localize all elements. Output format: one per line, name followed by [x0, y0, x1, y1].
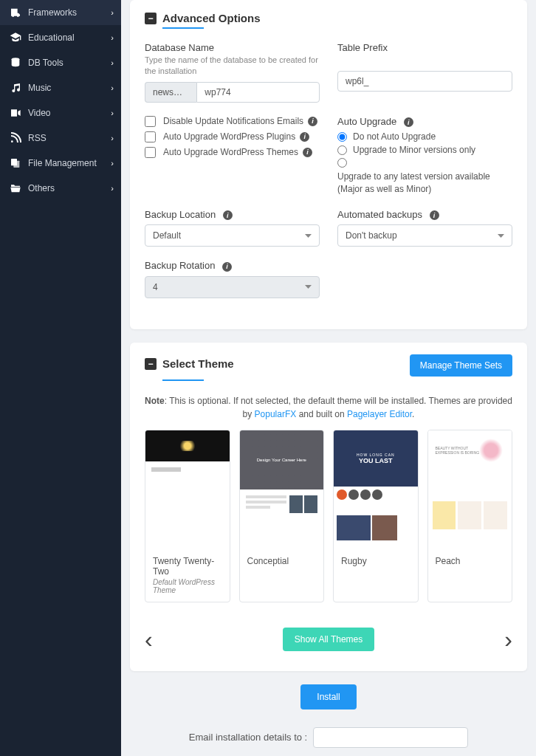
collapse-icon[interactable]: − [145, 13, 157, 24]
popularfx-link[interactable]: PopularFX [255, 409, 297, 419]
manage-theme-sets-button[interactable]: Manage Theme Sets [410, 354, 512, 377]
email-label: Email installation details to : [189, 732, 307, 743]
backup-rotation-select[interactable]: 4 [145, 276, 320, 298]
theme-card-rugby[interactable]: HOW LONG CANYOU LAST Rugby [333, 430, 419, 602]
theme-name: Peach [436, 556, 505, 566]
theme-thumbnail [145, 430, 230, 549]
chevron-right-icon: › [111, 83, 114, 92]
chevron-right-icon: › [111, 184, 114, 193]
automated-backups-select[interactable]: Don't backup [337, 224, 512, 247]
section-underline [162, 27, 204, 29]
video-icon [9, 106, 22, 120]
sidebar-item-frameworks[interactable]: Frameworks › [0, 0, 121, 25]
main-content: − Advanced Options Database Name Type th… [121, 0, 536, 756]
advanced-options-panel: − Advanced Options Database Name Type th… [130, 0, 527, 329]
folder-open-icon [9, 182, 22, 195]
db-prefix: newsmashal_ [145, 82, 196, 103]
select-theme-panel: − Select Theme Manage Theme Sets Note: T… [130, 343, 527, 671]
carousel-next-icon[interactable]: › [504, 626, 512, 653]
theme-note: Note: This is optional. If not selected,… [145, 394, 512, 421]
info-icon[interactable]: i [222, 262, 232, 272]
checkbox-label: Auto Upgrade WordPress Themes [163, 147, 298, 157]
info-icon[interactable]: i [430, 210, 439, 220]
show-all-themes-button[interactable]: Show All Themes [283, 628, 375, 651]
carousel-prev-icon[interactable]: ‹ [145, 626, 153, 653]
section-underline [162, 379, 204, 381]
sidebar-item-label: DB Tools [28, 58, 63, 68]
sidebar-item-file-management[interactable]: File Management › [0, 151, 121, 176]
sidebar-item-label: File Management [28, 158, 97, 168]
svg-rect-3 [13, 161, 19, 168]
db-name-label: Database Name [145, 42, 320, 53]
sidebar-item-music[interactable]: Music › [0, 75, 121, 100]
chevron-right-icon: › [111, 8, 114, 17]
install-button[interactable]: Install [300, 684, 356, 709]
db-name-input[interactable] [196, 82, 320, 103]
chevron-right-icon: › [111, 109, 114, 117]
checkbox-label: Disable Update Notifications Emails [163, 116, 303, 126]
info-icon[interactable]: i [303, 148, 312, 157]
radio-label: Upgrade to Minor versions only [353, 145, 475, 155]
section-title: Advanced Options [162, 12, 261, 24]
table-prefix-input[interactable] [337, 71, 512, 92]
rss-icon [9, 131, 22, 145]
auto-upgrade-themes-checkbox[interactable] [145, 147, 156, 158]
info-icon[interactable]: i [308, 117, 317, 126]
chevron-right-icon: › [111, 33, 114, 42]
theme-thumbnail: BEAUTY WITHOUTEXPRESSION IS BORING [428, 430, 512, 549]
backup-rotation-label: Backup Rotation [145, 260, 215, 271]
sidebar-item-video[interactable]: Video › [0, 100, 121, 126]
backup-location-select[interactable]: Default [145, 224, 320, 247]
collapse-icon[interactable]: − [145, 358, 157, 370]
sidebar-item-educational[interactable]: Educational › [0, 25, 121, 50]
minor-upgrade-radio[interactable] [337, 145, 347, 155]
sidebar-item-db-tools[interactable]: DB Tools › [0, 50, 121, 75]
theme-card-twentytwentytwo[interactable]: Twenty Twenty-Two Default WordPress Them… [145, 430, 230, 602]
theme-card-conceptial[interactable]: Design Your Career Here Conceptial [239, 430, 325, 602]
pagelayer-link[interactable]: Pagelayer Editor [347, 409, 412, 419]
theme-card-peach[interactable]: BEAUTY WITHOUTEXPRESSION IS BORING Peach [427, 430, 513, 602]
email-input[interactable] [313, 727, 468, 748]
copy-icon [9, 157, 22, 170]
sidebar-item-others[interactable]: Others › [0, 176, 121, 201]
theme-thumbnail: Design Your Career Here [240, 430, 324, 549]
sidebar-item-rss[interactable]: RSS › [0, 126, 121, 151]
disable-update-emails-checkbox[interactable] [145, 116, 156, 127]
sidebar-item-label: Music [28, 83, 51, 93]
theme-name: Conceptial [247, 556, 317, 566]
sidebar-item-label: Video [28, 108, 50, 118]
sidebar: Frameworks › Educational › DB Tools › Mu… [0, 0, 121, 756]
auto-upgrade-plugins-checkbox[interactable] [145, 131, 156, 142]
automated-backups-label: Automated backups [337, 209, 422, 220]
chevron-right-icon: › [111, 159, 114, 168]
info-icon[interactable]: i [223, 210, 233, 220]
chevron-right-icon: › [111, 134, 114, 142]
sidebar-item-label: Frameworks [28, 7, 77, 18]
radio-label: Do not Auto Upgrade [353, 131, 436, 142]
sidebar-item-label: Others [28, 183, 55, 193]
chevron-right-icon: › [111, 58, 114, 67]
backup-location-label: Backup Location [145, 209, 216, 220]
theme-grid: Twenty Twenty-Two Default WordPress Them… [145, 430, 512, 602]
info-icon[interactable]: i [404, 117, 413, 127]
checkbox-label: Auto Upgrade WordPress Plugins [163, 131, 295, 142]
major-upgrade-radio[interactable] [337, 158, 347, 168]
sidebar-item-label: RSS [28, 133, 47, 143]
table-prefix-label: Table Prefix [337, 42, 512, 53]
db-name-hint: Type the name of the database to be crea… [145, 55, 320, 78]
database-icon [9, 56, 22, 69]
theme-thumbnail: HOW LONG CANYOU LAST [334, 430, 418, 549]
music-icon [9, 81, 22, 94]
info-icon[interactable]: i [300, 132, 309, 142]
theme-name: Twenty Twenty-Two [153, 556, 222, 577]
theme-name: Rugby [341, 556, 410, 566]
radio-label: Upgrade to any latest version available … [337, 171, 512, 196]
truck-icon [9, 6, 22, 19]
auto-upgrade-label: Auto Upgrade [337, 116, 396, 127]
theme-subtitle: Default WordPress Theme [153, 578, 222, 594]
no-auto-upgrade-radio[interactable] [337, 132, 347, 142]
sidebar-item-label: Educational [28, 32, 75, 43]
graduation-cap-icon [9, 31, 22, 44]
section-title: Select Theme [162, 357, 234, 370]
svg-point-1 [11, 140, 13, 142]
